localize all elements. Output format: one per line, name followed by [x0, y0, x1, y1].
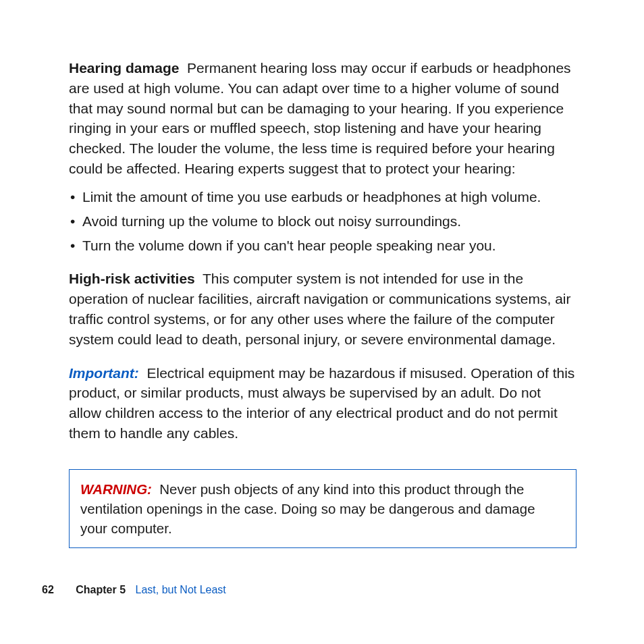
- chapter-label: Chapter 5: [76, 584, 126, 595]
- high-risk-heading: High-risk activities: [69, 271, 195, 286]
- warning-label: WARNING:: [80, 481, 152, 497]
- important-body: Electrical equipment may be hazardous if…: [69, 365, 574, 441]
- bullet-text: Limit the amount of time you use earbuds…: [82, 189, 541, 205]
- list-item: Turn the volume down if you can't hear p…: [69, 236, 576, 256]
- warning-box: WARNING: Never push objects of any kind …: [69, 469, 576, 548]
- page-number: 62: [42, 584, 54, 595]
- chapter-title: Last, but Not Least: [136, 584, 226, 595]
- page-footer: 62 Chapter 5 Last, but Not Least: [42, 583, 226, 598]
- hearing-damage-paragraph: Hearing damage Permanent hearing loss ma…: [69, 58, 576, 179]
- page: Hearing damage Permanent hearing loss ma…: [0, 0, 644, 644]
- important-label: Important:: [69, 365, 139, 381]
- list-item: Limit the amount of time you use earbuds…: [69, 187, 576, 207]
- bullet-text: Avoid turning up the volume to block out…: [82, 213, 461, 229]
- important-paragraph: Important: Electrical equipment may be h…: [69, 363, 576, 444]
- hearing-damage-heading: Hearing damage: [69, 60, 179, 76]
- hearing-damage-body: Permanent hearing loss may occur if earb…: [69, 60, 571, 176]
- high-risk-paragraph: High-risk activities This computer syste…: [69, 269, 576, 349]
- list-item: Avoid turning up the volume to block out…: [69, 211, 576, 232]
- bullet-text: Turn the volume down if you can't hear p…: [82, 238, 496, 253]
- hearing-bullet-list: Limit the amount of time you use earbuds…: [69, 187, 576, 255]
